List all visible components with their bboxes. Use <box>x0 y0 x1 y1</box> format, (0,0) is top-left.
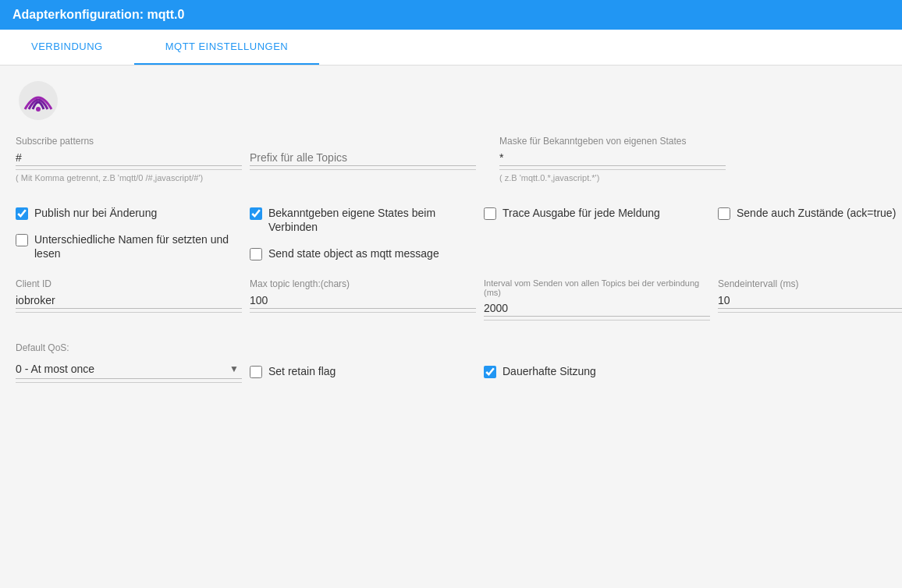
qos-select[interactable]: 0 - At most once 1 - At least once 2 - E… <box>16 360 242 379</box>
retain-checkbox[interactable] <box>250 366 262 378</box>
content-area: Subscribe patterns ( Mit Komma getrennt,… <box>0 66 902 588</box>
qos-label: Default QoS: <box>16 342 242 353</box>
client-id-label: Client ID <box>16 278 242 289</box>
checkbox-col-2: Bekanntgeben eigene States beim Verbinde… <box>250 201 476 266</box>
checkbox-col-1: Publish nur bei Änderung Unterschiedlich… <box>16 201 242 266</box>
title-bar: Adapterkonfiguration: mqtt.0 <box>0 0 902 30</box>
trace-ausgabe-label: Trace Ausgabe für jede Meldung <box>502 206 660 220</box>
interval-senden-field: Interval vom Senden von allen Topics bei… <box>484 278 710 324</box>
tab-bar: VERBINDUNG MQTT EINSTELLUNGEN <box>0 30 902 66</box>
retain-field: Set retain flag <box>250 342 476 386</box>
publish-change-checkbox[interactable] <box>16 207 28 220</box>
publish-change-label: Publish nur bei Änderung <box>34 206 157 220</box>
sende-zustaende-label: Sende auch Zustände (ack=true) <box>737 206 896 220</box>
tab-mqtt-einstellungen[interactable]: MQTT EINSTELLUNGEN <box>134 30 320 65</box>
mask-input[interactable] <box>499 150 726 166</box>
bottom-col4-empty <box>718 342 902 386</box>
svg-point-1 <box>36 107 41 112</box>
bekanntgeben-checkbox[interactable] <box>250 207 262 220</box>
sendeintervall-input[interactable] <box>718 292 902 309</box>
qos-field: Default QoS: 0 - At most once 1 - At lea… <box>16 342 242 386</box>
mqtt-logo <box>16 78 61 123</box>
sendeintervall-field: Sendeintervall (ms) <box>718 278 902 324</box>
dauerhafte-checkbox[interactable] <box>484 366 496 378</box>
max-topic-label: Max topic length:(chars) <box>250 278 476 289</box>
mask-field-group: Maske für Bekanntgeben von eigenen State… <box>499 136 726 182</box>
interval-senden-label: Interval vom Senden von allen Topics bei… <box>484 278 710 297</box>
trace-ausgabe-checkbox[interactable] <box>484 207 496 220</box>
dauerhafte-field: Dauerhafte Sitzung <box>484 342 710 386</box>
logo-area <box>16 78 886 123</box>
subscribe-input[interactable] <box>16 150 242 166</box>
page-title: Adapterkonfiguration: mqtt.0 <box>12 8 184 21</box>
max-topic-input[interactable] <box>250 292 476 309</box>
sende-zustaende-checkbox[interactable] <box>718 207 730 220</box>
client-id-field: Client ID <box>16 278 242 324</box>
checkbox-col-3: Trace Ausgabe für jede Meldung <box>484 201 710 266</box>
interval-senden-input[interactable] <box>484 300 710 317</box>
unterschiedliche-label: Unterschiedliche Namen für setzten und l… <box>34 232 242 260</box>
unterschiedliche-checkbox[interactable] <box>16 234 28 246</box>
tab-verbindung[interactable]: VERBINDUNG <box>0 30 134 65</box>
client-id-input[interactable] <box>16 292 242 309</box>
mask-label: Maske für Bekanntgeben von eigenen State… <box>499 136 726 147</box>
send-state-label: Send state object as mqtt message <box>268 246 439 260</box>
sendeintervall-label: Sendeintervall (ms) <box>718 278 902 289</box>
dauerhafte-label: Dauerhafte Sitzung <box>502 364 596 378</box>
prefix-field-group <box>250 136 476 173</box>
subscribe-field-group: Subscribe patterns ( Mit Komma getrennt,… <box>16 136 242 182</box>
subscribe-hint: ( Mit Komma getrennt, z.B 'mqtt/0 /#,jav… <box>16 173 242 182</box>
checkbox-col-4: Sende auch Zustände (ack=true) <box>718 201 902 266</box>
prefix-input[interactable] <box>250 150 476 166</box>
retain-label: Set retain flag <box>268 364 336 378</box>
prefix-label <box>250 136 476 147</box>
subscribe-label: Subscribe patterns <box>16 136 242 147</box>
bekanntgeben-label: Bekanntgeben eigene States beim Verbinde… <box>268 206 476 234</box>
max-topic-field: Max topic length:(chars) <box>250 278 476 324</box>
send-state-checkbox[interactable] <box>250 248 262 260</box>
mask-hint: ( z.B 'mqtt.0.*,javascript.*') <box>499 173 726 182</box>
